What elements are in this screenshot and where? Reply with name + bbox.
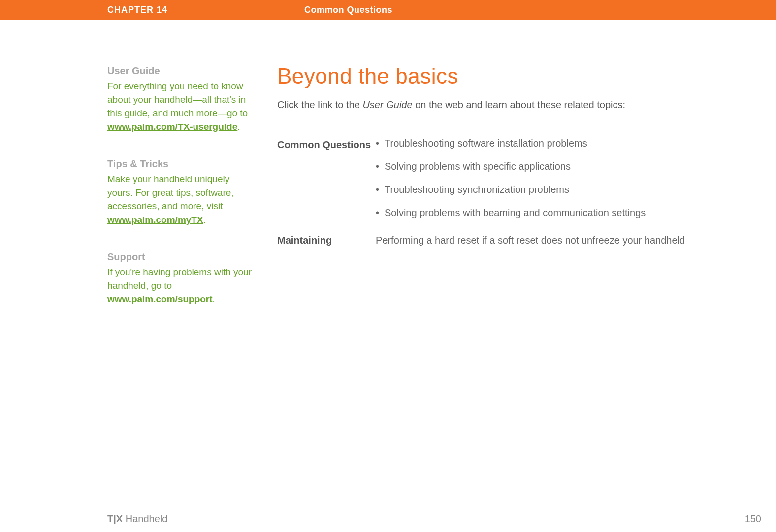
intro-before: Click the link to the (277, 99, 362, 110)
sidebar: User Guide For everything you need to kn… (107, 64, 277, 330)
topic-content-common-questions: Troubleshooting software installation pr… (376, 138, 761, 230)
topic-content-maintaining: Performing a hard reset if a soft reset … (376, 233, 761, 247)
sidebar-tips-text-after: . (203, 215, 206, 225)
footer-product-bold: T|X (107, 513, 123, 524)
list-item: Troubleshooting synchronization problems (376, 184, 761, 195)
main-content: Beyond the basics Click the link to the … (277, 64, 761, 330)
footer-product-rest: Handheld (123, 513, 167, 524)
topic-link-common-questions[interactable]: Common Questions (277, 138, 376, 230)
sidebar-user-guide-text-after: . (237, 122, 240, 132)
sidebar-text-support: If you're having problems with your hand… (107, 265, 253, 306)
sidebar-heading-tips: Tips & Tricks (107, 157, 253, 171)
link-tips[interactable]: www.palm.com/myTX (107, 215, 203, 225)
intro-after: on the web and learn about these related… (413, 99, 626, 110)
page-body: User Guide For everything you need to kn… (107, 64, 761, 330)
link-support[interactable]: www.palm.com/support (107, 294, 213, 304)
chapter-header: CHAPTER 14 Common Questions (0, 0, 776, 20)
sidebar-support: Support If you're having problems with y… (107, 250, 253, 306)
page-number: 150 (745, 513, 761, 525)
chapter-label: CHAPTER 14 (107, 5, 304, 15)
sidebar-text-user-guide: For everything you need to know about yo… (107, 79, 253, 133)
sidebar-support-text-before: If you're having problems with your hand… (107, 267, 252, 291)
sidebar-tips-text-before: Make your handheld uniquely yours. For g… (107, 174, 234, 211)
footer-rule (107, 508, 761, 508)
intro-italic: User Guide (362, 99, 412, 110)
sidebar-tips: Tips & Tricks Make your handheld uniquel… (107, 157, 253, 226)
page-title: Beyond the basics (277, 64, 761, 89)
sidebar-heading-user-guide: User Guide (107, 64, 253, 78)
link-user-guide[interactable]: www.palm.com/TX-userguide (107, 122, 237, 132)
sidebar-user-guide: User Guide For everything you need to kn… (107, 64, 253, 133)
sidebar-support-text-after: . (213, 294, 215, 304)
list-item: Troubleshooting software installation pr… (376, 138, 761, 149)
sidebar-heading-support: Support (107, 250, 253, 264)
topic-plain-text: Performing a hard reset if a soft reset … (376, 233, 761, 247)
topic-link-maintaining[interactable]: Maintaining (277, 233, 376, 247)
topic-row-common-questions: Common Questions Troubleshooting softwar… (277, 138, 761, 230)
sidebar-user-guide-text-before: For everything you need to know about yo… (107, 81, 248, 118)
list-item: Solving problems with beaming and commun… (376, 207, 761, 219)
topic-row-maintaining: Maintaining Performing a hard reset if a… (277, 233, 761, 247)
section-label: Common Questions (304, 5, 392, 15)
intro-text: Click the link to the User Guide on the … (277, 99, 761, 111)
list-item: Solving problems with specific applicati… (376, 161, 761, 172)
footer-product: T|X Handheld (107, 513, 167, 525)
sidebar-text-tips: Make your handheld uniquely yours. For g… (107, 172, 253, 226)
